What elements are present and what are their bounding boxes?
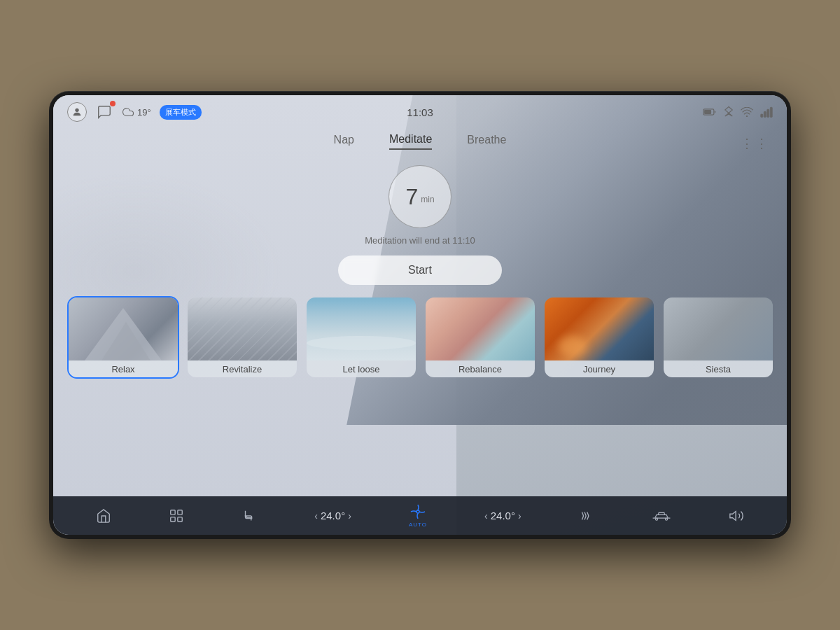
scene-card-letloose[interactable]: Let loose [305, 296, 417, 379]
svg-point-13 [655, 518, 657, 520]
fan-icon [410, 503, 426, 520]
volume-icon [729, 508, 744, 524]
scene-thumb-journey [545, 298, 654, 360]
scene-card-siesta[interactable]: Siesta [662, 296, 774, 379]
signal-icon [760, 106, 773, 118]
scene-label-journey: Journey [545, 360, 654, 377]
status-bar: 19° 展车模式 11:03 [53, 95, 787, 127]
screen: 19° 展车模式 11:03 [53, 95, 787, 535]
weather-icon [122, 106, 134, 118]
scene-label-rebalance: Rebalance [426, 360, 535, 377]
avatar-icon[interactable] [67, 102, 87, 122]
svg-rect-7 [770, 107, 772, 117]
clock: 11:03 [407, 106, 433, 118]
svg-rect-11 [178, 517, 182, 521]
svg-point-0 [75, 108, 78, 112]
main-content: Nap Meditate Breathe ⋮⋮ 7 min Meditation… [53, 127, 787, 496]
temp-right-decrease[interactable]: ‹ [484, 510, 488, 522]
scene-card-journey[interactable]: Journey [543, 296, 655, 379]
status-right [703, 106, 773, 118]
scene-card-rebalance[interactable]: Rebalance [424, 296, 536, 379]
seat-heat-icon [579, 508, 594, 524]
home-button[interactable] [96, 508, 111, 524]
svg-point-14 [665, 518, 667, 520]
status-left: 19° 展车模式 [67, 102, 202, 122]
seat-icon [241, 508, 257, 524]
chat-icon [97, 104, 112, 120]
tab-meditate[interactable]: Meditate [389, 133, 432, 150]
car-icon [652, 510, 671, 522]
temp-right-value: 24.0° [491, 510, 515, 522]
svg-rect-8 [171, 510, 175, 514]
temp-left-control[interactable]: ‹ 24.0° › [314, 510, 351, 522]
timer-unit: min [421, 195, 434, 204]
scenes-row: Relax Revitalize Let loose Rebalance Jou [53, 289, 787, 388]
timer-section: 7 min Meditation will end at 11:10 Start [53, 158, 787, 289]
temp-left-increase[interactable]: › [348, 510, 351, 522]
scene-thumb-relax [69, 298, 178, 360]
timer-value: 7 [405, 184, 418, 210]
scene-label-letloose: Let loose [307, 360, 416, 377]
svg-point-12 [416, 510, 419, 513]
svg-point-3 [746, 115, 748, 117]
message-badge [110, 101, 115, 106]
home-icon [96, 508, 111, 524]
temp-left-decrease[interactable]: ‹ [314, 510, 318, 522]
more-menu[interactable]: ⋮⋮ [741, 136, 770, 151]
user-icon [71, 106, 83, 118]
svg-rect-5 [764, 111, 766, 117]
fan-button[interactable]: AUTO [409, 503, 427, 528]
seat-heat-button[interactable] [579, 508, 594, 524]
svg-rect-4 [761, 114, 763, 118]
svg-rect-6 [767, 109, 769, 117]
scene-card-revitalize[interactable]: Revitalize [186, 296, 298, 379]
scene-label-revitalize: Revitalize [188, 360, 297, 377]
tab-breathe[interactable]: Breathe [467, 134, 506, 149]
timer-subtitle: Meditation will end at 11:10 [365, 235, 475, 246]
svg-rect-2 [704, 110, 711, 114]
tab-bar: Nap Meditate Breathe ⋮⋮ [53, 127, 787, 158]
wifi-icon [741, 107, 753, 117]
scene-label-siesta: Siesta [664, 360, 773, 377]
weather-info: 19° [122, 106, 151, 118]
temp-right-increase[interactable]: › [518, 510, 522, 522]
svg-rect-10 [171, 517, 175, 521]
climate-button[interactable] [169, 508, 184, 524]
svg-rect-9 [178, 510, 182, 514]
climate-icon [169, 508, 184, 524]
seat-button[interactable] [241, 508, 257, 524]
scene-label-relax: Relax [69, 360, 178, 377]
temp-right-control[interactable]: ‹ 24.0° › [484, 510, 522, 522]
scene-thumb-rebalance [426, 298, 535, 360]
temperature: 19° [137, 107, 151, 118]
scene-thumb-siesta [664, 298, 773, 360]
temp-left-value: 24.0° [321, 510, 345, 522]
car-profile-button[interactable] [652, 510, 671, 522]
timer-circle[interactable]: 7 min [388, 165, 451, 228]
fan-auto-label: AUTO [409, 522, 427, 528]
scene-thumb-letloose [307, 298, 416, 360]
volume-button[interactable] [729, 508, 744, 524]
message-icon[interactable] [95, 103, 113, 121]
scene-thumb-revitalize [188, 298, 297, 360]
svg-marker-15 [730, 511, 736, 520]
start-button[interactable]: Start [338, 255, 502, 285]
mode-badge[interactable]: 展车模式 [160, 105, 202, 120]
battery-icon [703, 106, 717, 118]
scene-card-relax[interactable]: Relax [67, 296, 179, 379]
bluetooth-icon [724, 106, 734, 118]
screen-bezel: 19° 展车模式 11:03 [49, 91, 791, 539]
bottom-bar: ‹ 24.0° › AUTO ‹ 24.0° › [53, 496, 787, 535]
tab-nap[interactable]: Nap [334, 134, 354, 149]
